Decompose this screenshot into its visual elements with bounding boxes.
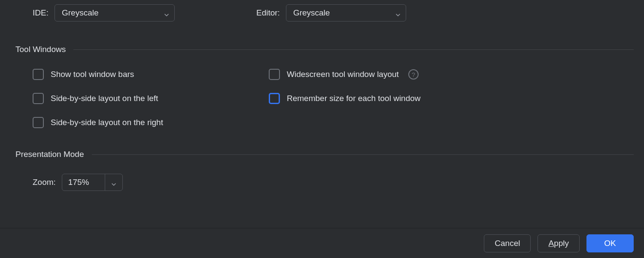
remember-size-checkbox[interactable]: Remember size for each tool window — [269, 93, 421, 104]
zoom-label: Zoom: — [33, 178, 56, 187]
ide-label: IDE: — [33, 8, 49, 18]
ok-button[interactable]: OK — [586, 234, 634, 252]
checkbox-label: Show tool window bars — [51, 70, 134, 79]
apply-button[interactable]: Apply — [538, 234, 580, 252]
checkbox-label: Widescreen tool window layout — [287, 70, 399, 79]
tool-windows-title: Tool Windows — [15, 45, 66, 54]
dialog-footer: Cancel Apply OK — [0, 228, 644, 258]
side-by-side-right-checkbox[interactable]: Side-by-side layout on the right — [33, 117, 269, 128]
side-by-side-left-checkbox[interactable]: Side-by-side layout on the left — [33, 93, 269, 104]
checkbox-label: Remember size for each tool window — [287, 94, 421, 103]
checkbox-box — [33, 69, 44, 80]
divider — [92, 154, 634, 155]
editor-dropdown[interactable]: Greyscale — [286, 4, 406, 22]
checkbox-box — [33, 93, 44, 104]
editor-dropdown-value: Greyscale — [293, 8, 330, 18]
checkbox-box — [269, 93, 280, 104]
widescreen-layout-checkbox[interactable]: Widescreen tool window layout ? — [269, 69, 421, 80]
ide-dropdown-value: Greyscale — [62, 8, 99, 18]
divider — [73, 49, 634, 50]
checkbox-label: Side-by-side layout on the left — [51, 94, 158, 103]
zoom-combobox[interactable]: 175% — [62, 174, 123, 191]
chevron-down-icon — [111, 180, 116, 185]
zoom-value[interactable]: 175% — [62, 174, 105, 190]
zoom-dropdown-button[interactable] — [105, 174, 122, 190]
chevron-down-icon — [164, 10, 169, 15]
checkbox-box — [269, 69, 280, 80]
checkbox-box — [33, 117, 44, 128]
presentation-mode-title: Presentation Mode — [15, 150, 84, 159]
tool-windows-section-header: Tool Windows — [15, 45, 634, 54]
checkbox-label: Side-by-side layout on the right — [51, 118, 163, 127]
chevron-down-icon — [395, 10, 401, 15]
show-tool-window-bars-checkbox[interactable]: Show tool window bars — [33, 69, 269, 80]
editor-label: Editor: — [256, 8, 280, 18]
presentation-mode-section-header: Presentation Mode — [15, 150, 634, 159]
cancel-button[interactable]: Cancel — [484, 234, 531, 252]
help-icon[interactable]: ? — [408, 69, 419, 80]
ide-dropdown[interactable]: Greyscale — [55, 4, 175, 22]
